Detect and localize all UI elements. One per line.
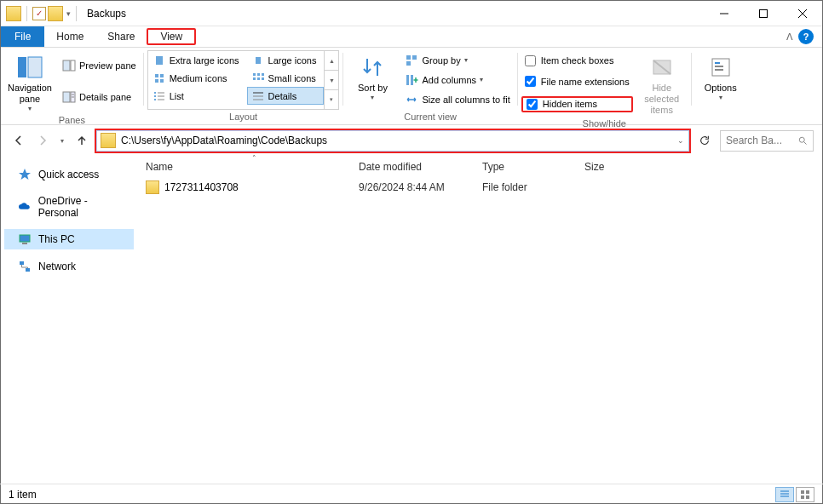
item-type: File folder xyxy=(482,181,584,193)
new-folder-icon[interactable] xyxy=(48,6,63,21)
scroll-down-icon[interactable]: ▼ xyxy=(325,71,338,90)
svg-rect-5 xyxy=(28,57,42,77)
svg-rect-24 xyxy=(154,92,156,94)
layout-extra-large-icons[interactable]: Extra large icons xyxy=(148,51,247,69)
hide-selected-items-button: Hide selected items xyxy=(636,50,688,117)
svg-rect-22 xyxy=(257,77,260,80)
ribbon-group-layout: Extra large icons Large icons Medium ico… xyxy=(144,48,343,124)
svg-rect-16 xyxy=(155,79,158,83)
svg-rect-56 xyxy=(806,495,809,499)
navigation-pane: Quick access OneDrive - Personal This PC… xyxy=(1,156,137,475)
nav-this-pc[interactable]: This PC xyxy=(4,229,134,249)
address-bar[interactable]: C:\Users\fy\AppData\Roaming\Code\Backups… xyxy=(96,130,689,152)
cloud-icon xyxy=(18,200,32,214)
network-icon xyxy=(18,260,32,273)
layout-list[interactable]: List xyxy=(148,87,247,105)
folder-icon xyxy=(146,180,159,194)
column-header-name[interactable]: Name ˄ xyxy=(146,161,359,173)
computer-icon xyxy=(18,232,32,246)
tab-view[interactable]: View xyxy=(147,28,196,45)
svg-rect-41 xyxy=(715,62,720,64)
address-path[interactable]: C:\Users\fy\AppData\Roaming\Code\Backups xyxy=(121,135,673,146)
tab-home[interactable]: Home xyxy=(44,26,95,47)
layout-small-icons[interactable]: Small icons xyxy=(247,69,325,87)
file-name-extensions-checkbox[interactable]: File name extensions xyxy=(521,75,633,88)
options-button[interactable]: Options ▾ xyxy=(695,50,746,110)
svg-rect-48 xyxy=(20,261,24,265)
search-input[interactable]: Search Ba... xyxy=(720,130,814,152)
quick-access-toolbar: ✓ ▾ xyxy=(1,6,80,21)
svg-rect-33 xyxy=(406,55,411,60)
minimize-button[interactable] xyxy=(705,1,744,26)
checkbox-icon[interactable] xyxy=(525,55,536,66)
details-pane-button[interactable]: Details pane xyxy=(59,89,140,106)
layout-medium-icons[interactable]: Medium icons xyxy=(148,69,247,87)
nav-quick-access[interactable]: Quick access xyxy=(4,164,134,185)
svg-rect-17 xyxy=(160,79,164,83)
navigation-pane-button[interactable]: Navigation pane ▾ xyxy=(4,50,55,113)
ribbon-group-panes: Navigation pane ▾ Preview pane Details p… xyxy=(1,48,143,124)
navigation-pane-label: Navigation pane xyxy=(4,83,55,105)
up-button[interactable] xyxy=(72,131,91,150)
scroll-more-icon[interactable]: ▾ xyxy=(325,90,338,109)
tab-share[interactable]: Share xyxy=(95,26,147,47)
ribbon: Navigation pane ▾ Preview pane Details p… xyxy=(1,48,822,125)
svg-rect-55 xyxy=(801,495,804,499)
svg-rect-20 xyxy=(262,73,264,76)
group-by-button[interactable]: Group by ▾ xyxy=(401,52,513,69)
item-check-boxes-checkbox[interactable]: Item check boxes xyxy=(521,54,633,67)
nav-onedrive[interactable]: OneDrive - Personal xyxy=(4,192,134,222)
svg-rect-26 xyxy=(154,95,156,97)
checkbox-icon[interactable] xyxy=(527,99,538,110)
list-item[interactable]: 1727311403708 9/26/2024 8:44 AM File fol… xyxy=(146,178,822,197)
svg-rect-1 xyxy=(760,9,768,17)
layout-large-icons[interactable]: Large icons xyxy=(247,51,325,69)
nav-network[interactable]: Network xyxy=(4,256,134,277)
file-rows: 1727311403708 9/26/2024 8:44 AM File fol… xyxy=(137,178,822,197)
status-text: 1 item xyxy=(9,489,37,501)
svg-line-45 xyxy=(804,142,807,145)
column-header-type[interactable]: Type xyxy=(482,161,584,173)
maximize-button[interactable] xyxy=(744,1,783,26)
column-header-date[interactable]: Date modified xyxy=(359,161,482,173)
svg-rect-49 xyxy=(26,268,30,272)
search-icon xyxy=(797,135,808,146)
recent-locations-button[interactable]: ▾ xyxy=(57,131,67,150)
separator xyxy=(76,6,77,21)
close-button[interactable] xyxy=(783,1,822,26)
folder-icon xyxy=(101,133,116,148)
svg-rect-8 xyxy=(63,92,70,102)
tab-file[interactable]: File xyxy=(1,26,44,47)
svg-rect-21 xyxy=(253,77,256,80)
svg-rect-14 xyxy=(155,74,158,77)
address-dropdown-icon[interactable]: ⌄ xyxy=(673,131,688,151)
status-bar: 1 item xyxy=(0,484,823,504)
view-large-icons-toggle[interactable] xyxy=(796,487,814,502)
preview-pane-button[interactable]: Preview pane xyxy=(59,57,140,74)
checkbox-icon[interactable] xyxy=(525,76,536,87)
hidden-items-checkbox[interactable]: Hidden items xyxy=(521,96,633,112)
separator xyxy=(26,6,27,21)
svg-rect-54 xyxy=(806,490,809,494)
folder-icon xyxy=(6,6,21,21)
layout-scroll[interactable]: ▲ ▼ ▾ xyxy=(325,50,339,110)
layout-details[interactable]: Details xyxy=(247,87,325,105)
svg-rect-36 xyxy=(406,75,409,85)
sort-by-button[interactable]: Sort by ▾ xyxy=(347,50,398,110)
qat-dropdown-icon[interactable]: ▾ xyxy=(66,9,71,18)
size-all-columns-button[interactable]: Size all columns to fit xyxy=(401,91,513,108)
help-icon[interactable]: ? xyxy=(798,29,814,44)
svg-rect-13 xyxy=(256,57,261,64)
refresh-button[interactable] xyxy=(694,130,715,151)
forward-button[interactable] xyxy=(33,131,52,150)
column-header-size[interactable]: Size xyxy=(584,161,653,173)
properties-icon[interactable]: ✓ xyxy=(32,7,46,20)
ribbon-group-current-view: Sort by ▾ Group by ▾ Add columns ▾ Size … xyxy=(343,48,516,124)
collapse-ribbon-icon[interactable]: ᐱ xyxy=(786,32,793,47)
svg-rect-28 xyxy=(154,99,156,100)
ribbon-group-show-hide: Item check boxes File name extensions Hi… xyxy=(518,48,691,124)
scroll-up-icon[interactable]: ▲ xyxy=(325,51,338,71)
view-details-toggle[interactable] xyxy=(775,487,794,502)
add-columns-button[interactable]: Add columns ▾ xyxy=(401,72,513,89)
back-button[interactable] xyxy=(9,131,28,150)
